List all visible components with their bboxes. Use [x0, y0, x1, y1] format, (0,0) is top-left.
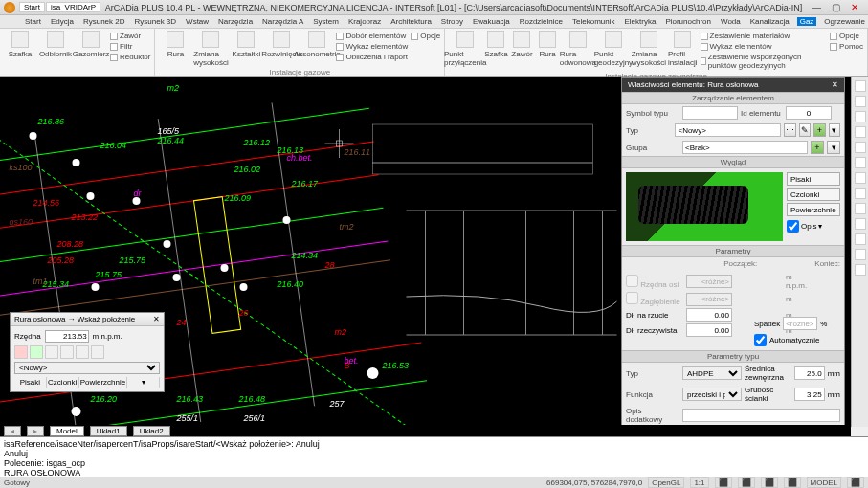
scale-chip[interactable]: 1:1	[690, 477, 708, 488]
menu-item-active[interactable]: Gaz	[797, 17, 817, 26]
menu-item[interactable]: Architektura	[389, 17, 434, 26]
tool-btn[interactable]	[855, 233, 866, 245]
menubar[interactable]: Start Edycja Rysunek 2D Rysunek 3D Wstaw…	[0, 15, 868, 29]
ribbon-small[interactable]: Opcje	[411, 32, 440, 40]
tool-btn[interactable]	[855, 157, 866, 168]
menu-item[interactable]: Krajobraz	[346, 17, 383, 26]
ribbon-small[interactable]: Zestawienie materiałów	[701, 32, 828, 40]
menu-item[interactable]: Wstaw	[184, 17, 211, 26]
fonts-button[interactable]: Czcionki	[787, 188, 840, 201]
tool-btn[interactable]	[855, 203, 866, 214]
ribbon-btn[interactable]: Odbiornik	[39, 31, 72, 58]
ribbon-btn[interactable]: Zmiana wysokości	[194, 31, 227, 67]
space-chip[interactable]: MODEL	[807, 477, 841, 488]
menu-item[interactable]: Stropy	[439, 17, 465, 26]
auto-checkbox[interactable]	[754, 334, 767, 346]
menu-item[interactable]: Elektryka	[622, 17, 657, 26]
doc-tab[interactable]: isa_VRIDArP	[46, 2, 100, 12]
tab-next-icon[interactable]: ▸	[27, 426, 44, 436]
menu-item[interactable]: Rozdzielnice	[518, 17, 565, 26]
ribbon-small[interactable]: Pomoc	[830, 42, 863, 51]
material-select[interactable]: AHDPE	[682, 366, 742, 380]
menu-item[interactable]: Ogrzewanie	[822, 17, 867, 26]
minimize-button[interactable]: —	[807, 2, 826, 12]
edit-button[interactable]: ✎	[799, 123, 811, 137]
command-console[interactable]: isaReference/isaceNter/isapercenT/isaPro…	[0, 436, 868, 477]
ribbon-small[interactable]: Zawór	[110, 32, 150, 40]
ribbon-small[interactable]: Wykaz elementów	[701, 42, 828, 51]
tool-icon[interactable]	[91, 345, 104, 359]
tab-layout[interactable]: Układ2	[133, 426, 170, 436]
thickness-input[interactable]	[794, 388, 825, 401]
ribbon-btn[interactable]: Rura	[536, 31, 559, 58]
ribbon-btn[interactable]: Profil instalacji	[668, 31, 698, 67]
menu-item[interactable]: Piorunochron	[663, 17, 713, 26]
maximize-button[interactable]: ▢	[826, 2, 845, 12]
ribbon-btn[interactable]: Punkt geodezyjny	[597, 31, 630, 67]
ribbon-btn[interactable]: Punkt przyłączenia	[449, 31, 481, 67]
desc-checkbox[interactable]	[787, 220, 799, 233]
tab-model[interactable]: Model	[50, 426, 84, 436]
id-input[interactable]	[786, 106, 832, 120]
snap-chip[interactable]: ⬛	[738, 477, 755, 488]
diameter-input[interactable]	[794, 366, 825, 380]
menu-item[interactable]: Telekomunik	[570, 17, 616, 26]
ribbon-small[interactable]: Wykaz elementów	[336, 42, 408, 51]
tool-icon[interactable]	[60, 345, 74, 359]
tool-btn[interactable]	[855, 218, 866, 230]
ribbon-btn[interactable]: Aksonometria	[300, 31, 333, 58]
ribbon-btn[interactable]: Zmiana wysokości	[633, 31, 665, 67]
slope-input[interactable]	[783, 317, 817, 330]
menu-item[interactable]: Edycja	[49, 17, 76, 26]
tool-btn[interactable]	[855, 126, 866, 138]
desc-input[interactable]	[682, 409, 840, 422]
close-button[interactable]: ✕	[845, 2, 864, 12]
doc-tab[interactable]: Start	[19, 2, 45, 12]
symbol-input[interactable]	[682, 106, 738, 120]
elevation-input[interactable]	[45, 330, 89, 343]
dropdown-button[interactable]: ⋯	[784, 123, 795, 137]
close-icon[interactable]: ✕	[153, 315, 160, 323]
snap-chip[interactable]: ⬛	[784, 477, 801, 488]
ribbon-small[interactable]: Filtr	[110, 42, 150, 51]
add-button[interactable]: +	[813, 123, 825, 137]
dropdown-icon[interactable]: ▾	[127, 377, 160, 388]
tool-btn[interactable]	[855, 142, 866, 153]
tool-btn[interactable]	[855, 80, 866, 92]
style-select[interactable]: <Nowy>	[14, 362, 160, 374]
menu-item[interactable]: Start	[23, 17, 43, 26]
add-button[interactable]: +	[811, 141, 824, 154]
tool-btn[interactable]	[855, 264, 866, 276]
tool-btn[interactable]	[855, 96, 866, 107]
ribbon-btn[interactable]: Szafka	[484, 31, 507, 58]
fonts-tab[interactable]: Czcionki	[47, 377, 79, 388]
tool-btn[interactable]	[855, 111, 866, 122]
layout-tabs[interactable]: ◂ ▸ Model Układ1 Układ2	[0, 425, 851, 436]
more-button[interactable]: ▾	[829, 123, 840, 137]
tool-btn[interactable]	[855, 249, 866, 260]
tool-icon[interactable]	[14, 345, 28, 359]
function-select[interactable]: przeciski i przewierty	[682, 388, 742, 401]
close-icon[interactable]: ✕	[832, 80, 838, 89]
pens-button[interactable]: Pisaki	[787, 172, 840, 186]
snap-chip[interactable]: ⬛	[715, 477, 732, 488]
tool-btn[interactable]	[855, 188, 866, 199]
pens-tab[interactable]: Pisaki	[14, 377, 47, 388]
ribbon-small[interactable]: Zestawienie współrzędnych punktów geodez…	[701, 53, 828, 70]
panel-header[interactable]: Właściwości elementu: Rura osłonowa ✕	[622, 78, 844, 92]
menu-item[interactable]: Kanalizacja	[748, 17, 791, 26]
snap-chip[interactable]: ⬛	[761, 477, 778, 488]
menu-item[interactable]: System	[311, 17, 341, 26]
dropdown-icon[interactable]: ▾	[818, 222, 822, 231]
menu-item[interactable]: Ewakuacja	[471, 17, 512, 26]
menu-item[interactable]: Rysunek 2D	[81, 17, 127, 26]
param-input[interactable]	[686, 323, 732, 337]
menu-item[interactable]: Narzędzia	[216, 17, 255, 26]
tool-btn[interactable]	[855, 172, 866, 184]
menu-item[interactable]: Narzędzia A	[260, 17, 305, 26]
ribbon-btn[interactable]: Zawór	[511, 31, 534, 58]
ribbon-btn[interactable]: Rura	[159, 31, 191, 58]
surfaces-button[interactable]: Powierzchnie	[787, 203, 840, 216]
render-mode[interactable]: OpenGL	[648, 477, 684, 488]
ribbon-btn[interactable]: Szafka	[4, 31, 36, 58]
